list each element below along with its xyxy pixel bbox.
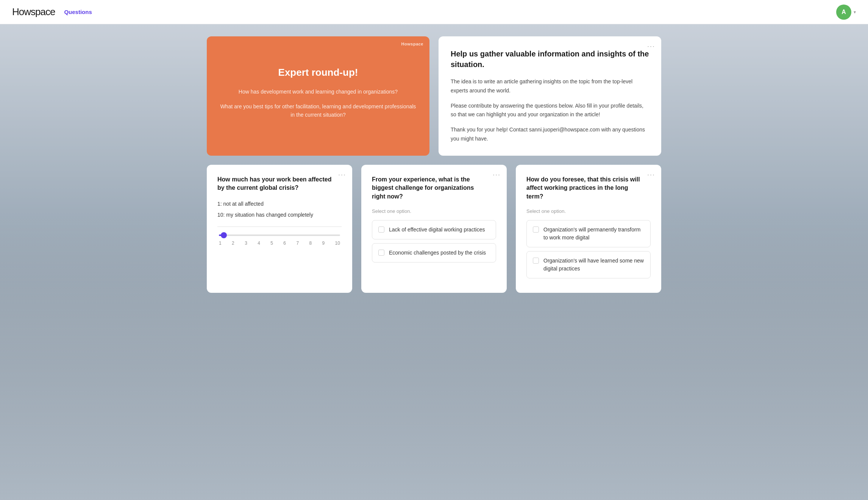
q2-title: From your experience, what is the bigges… (372, 175, 496, 201)
q1-tick-3: 3 (245, 241, 247, 246)
question-card-1: ··· How much has your work been affected… (207, 165, 352, 293)
q2-select-label: Select one option. (372, 208, 496, 214)
q2-checkbox-2[interactable] (378, 250, 384, 256)
q2-option-2-text: Economic challenges posted by the crisis (389, 249, 486, 257)
q1-tick-9: 9 (322, 241, 325, 246)
bottom-row: ··· How much has your work been affected… (207, 165, 661, 293)
q3-option-1[interactable]: Organization's will permanently transfor… (526, 220, 651, 247)
q2-checkbox-1[interactable] (378, 227, 384, 233)
q3-menu-button[interactable]: ··· (647, 171, 655, 179)
q1-slider-labels: 1 2 3 4 5 6 7 8 9 10 (219, 241, 340, 246)
page-background: Howspace Expert round-up! How has develo… (0, 24, 868, 500)
q1-tick-1: 1 (219, 241, 222, 246)
q1-title: How much has your work been affected by … (217, 175, 342, 192)
q3-checkbox-2[interactable] (533, 258, 539, 264)
logo: Howspace (12, 6, 55, 18)
q1-label2: 10: my situation has changed completely (217, 211, 342, 219)
q1-tick-10: 10 (335, 241, 340, 246)
q1-slider-wrap: 1 2 3 4 5 6 7 8 9 10 (217, 234, 342, 246)
q2-menu-button[interactable]: ··· (493, 171, 501, 179)
q1-tick-7: 7 (296, 241, 299, 246)
question-card-2: ··· From your experience, what is the bi… (361, 165, 507, 293)
orange-card-brand: Howspace (401, 42, 423, 46)
q1-tick-8: 8 (309, 241, 312, 246)
info-card-para1: The idea is to write an article gatherin… (451, 77, 649, 95)
q3-option-2[interactable]: Organization's will have learned some ne… (526, 251, 651, 278)
top-row: Howspace Expert round-up! How has develo… (207, 36, 661, 156)
info-card-para3: Thank you for your help! Contact sanni.j… (451, 125, 649, 144)
orange-card-title: Expert round-up! (278, 67, 358, 78)
question-card-3: ··· How do you foresee, that this crisis… (516, 165, 661, 293)
orange-hero-card: Howspace Expert round-up! How has develo… (207, 36, 429, 156)
q3-select-label: Select one option. (526, 208, 651, 214)
q2-option-1-text: Lack of effective digital working practi… (389, 226, 485, 234)
q1-tick-2: 2 (232, 241, 234, 246)
orange-card-subtitle2: What are you best tips for other facilit… (219, 102, 417, 119)
q2-option-1[interactable]: Lack of effective digital working practi… (372, 220, 496, 239)
q1-menu-button[interactable]: ··· (338, 171, 346, 179)
q1-slider-track (219, 234, 340, 236)
q2-option-2[interactable]: Economic challenges posted by the crisis (372, 243, 496, 262)
avatar-dropdown-chevron[interactable]: ▾ (854, 9, 856, 15)
q1-tick-4: 4 (258, 241, 260, 246)
logo-text: Howspace (12, 6, 55, 17)
info-card-heading: Help us gather valuable information and … (451, 48, 649, 70)
info-card: ··· Help us gather valuable information … (439, 36, 661, 156)
q1-tick-6: 6 (283, 241, 286, 246)
info-card-para2: Please contribute by answering the quest… (451, 102, 649, 120)
q1-divider (217, 227, 342, 227)
avatar[interactable]: A (836, 5, 851, 20)
q3-title: How do you foresee, that this crisis wil… (526, 175, 651, 201)
q3-option-1-text: Organization's will permanently transfor… (543, 226, 644, 242)
q1-tick-5: 5 (270, 241, 273, 246)
q3-checkbox-1[interactable] (533, 227, 539, 233)
q1-slider-thumb[interactable] (221, 232, 227, 238)
q1-label1: 1: not at all affected (217, 200, 342, 208)
navbar: Howspace Questions A ▾ (0, 0, 868, 24)
page-content: Howspace Expert round-up! How has develo… (169, 24, 699, 305)
info-card-menu-button[interactable]: ··· (647, 42, 655, 50)
q3-option-2-text: Organization's will have learned some ne… (543, 257, 644, 273)
orange-card-subtitle1: How has development work and learning ch… (239, 88, 398, 96)
nav-questions-link[interactable]: Questions (64, 9, 92, 15)
